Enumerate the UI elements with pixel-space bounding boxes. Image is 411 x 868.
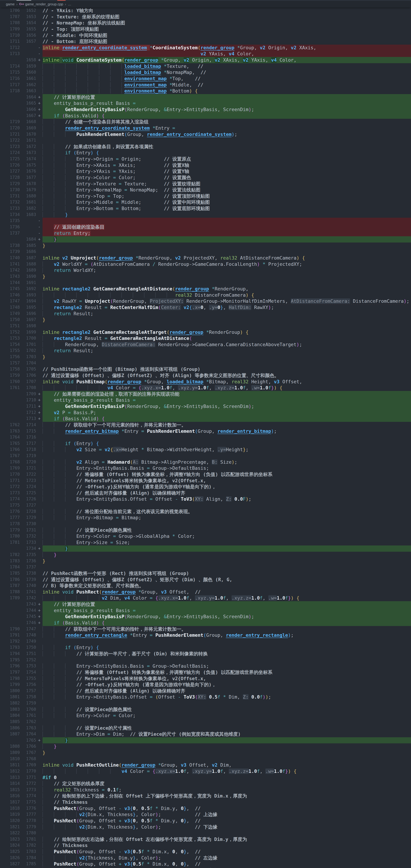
code-line[interactable]: 1666+ GetRenderEntityBasisP(RenderGroup,… — [0, 106, 411, 113]
code-text[interactable]: Entry->Color = Color; — [42, 712, 411, 719]
line-number-old[interactable]: 1738 — [0, 243, 20, 249]
line-number-new[interactable]: 1671 — [20, 137, 36, 144]
line-number-old[interactable]: 1737 — [0, 230, 20, 237]
line-number-old[interactable] — [0, 415, 20, 422]
line-number-new[interactable]: 1749 — [20, 638, 36, 645]
line-number-old[interactable]: 1817 — [0, 799, 20, 805]
line-number-new[interactable]: 1743 — [20, 601, 36, 608]
line-number-new[interactable]: 1662 — [20, 82, 36, 88]
code-line[interactable]: 18231781 // 绘制矩形的左右边缘，分别在 Offset 左右偏移半个矩… — [0, 836, 411, 842]
code-text[interactable] — [42, 719, 411, 725]
code-text[interactable]: Entry->Texture = Texture; // 设置纹理贴图 — [42, 181, 411, 187]
line-number-new[interactable]: 1748 — [20, 632, 36, 638]
line-number-new[interactable]: 1720 — [20, 459, 36, 465]
line-number-old[interactable]: 1769 — [0, 465, 20, 471]
line-number-new[interactable]: 1715 — [20, 428, 36, 434]
line-number-old[interactable]: 1828 — [0, 867, 20, 868]
code-text[interactable]: // 获取组中下一个可用元素的指针，并将元素计数加一。 — [42, 626, 411, 632]
line-number-new[interactable]: 1669 — [20, 125, 36, 131]
code-line[interactable]: 17451692inline rectangle2 GetCameraRecta… — [0, 286, 411, 292]
code-line[interactable]: 18051762 — [0, 719, 411, 725]
code-text[interactable]: Entry->XAxis = XAxis; // 设置X轴 — [42, 162, 411, 168]
code-line[interactable]: 1664+ // 计算矩形的位置 — [0, 94, 411, 100]
line-number-old[interactable]: 1811 — [0, 762, 20, 768]
code-text[interactable]: Entry->Middle = Middle; // 设置中间环境贴图 — [42, 199, 411, 205]
code-line[interactable]: 17431690} — [0, 273, 411, 280]
line-number-new[interactable]: 1685 — [20, 243, 36, 249]
code-line[interactable]: 17831736} — [0, 558, 411, 564]
code-line[interactable]: 1684+ } — [0, 236, 411, 243]
code-line[interactable]: 17081654// - NormapMap: 坐标系的法线贴图 — [0, 20, 411, 26]
code-text[interactable]: real32 DistanceFromCamera) { — [42, 292, 411, 298]
code-text[interactable]: } — [42, 243, 411, 249]
code-text[interactable]: if (Entry) { — [42, 440, 411, 447]
line-number-new[interactable]: 1781 — [20, 836, 36, 842]
code-text[interactable]: Entry->Bottom = Bottom; // 设置底部环境贴图 — [42, 205, 411, 212]
line-number-old[interactable]: 1707 — [0, 14, 20, 20]
line-number-old[interactable]: 1751 — [0, 323, 20, 329]
breadcrumb-item-file[interactable]: game_render_group.cpp — [25, 2, 63, 6]
code-text[interactable]: Entry->EntityBasis.Basis = Group->Defaul… — [42, 465, 411, 471]
code-line[interactable]: 17661718 v2 Size = v2{.x=Height * Bitmap… — [0, 446, 411, 453]
code-line[interactable]: 17881741inline void PushRect(render_grou… — [0, 589, 411, 595]
code-text[interactable]: Entry->EntityBasis.Basis = Group->Defaul… — [42, 663, 411, 669]
code-line[interactable]: 17181663 environment_map *Bottom) { — [0, 88, 411, 94]
code-text[interactable]: environment_map *Top, // — [42, 75, 411, 82]
line-number-old[interactable]: 1819 — [0, 811, 20, 818]
line-number-new[interactable]: 1741 — [20, 589, 36, 595]
code-line[interactable]: 17651717 if (Entry) { — [0, 440, 411, 447]
line-number-old[interactable]: 1761 — [0, 385, 20, 391]
code-text[interactable]: GetRenderEntityBasisP(RenderGroup, &Entr… — [42, 403, 411, 409]
line-number-old[interactable] — [0, 546, 20, 552]
line-number-new[interactable]: 1758 — [20, 694, 36, 700]
line-number-old[interactable] — [0, 391, 20, 397]
code-line[interactable]: 17161661 environment_map *Top, // — [0, 75, 411, 82]
code-line[interactable]: 17551702 return Result; — [0, 347, 411, 354]
code-line[interactable]: 18141772 // 定义矩形的线条厚度 — [0, 780, 411, 787]
line-number-old[interactable]: 1757 — [0, 360, 20, 366]
code-line[interactable]: 17981755 // MetersToPixels将米转换为像素单位, v2{… — [0, 676, 411, 682]
code-line[interactable]: 18251783 PushRect(Group, Offset - v3{0.5… — [0, 848, 411, 855]
line-number-new[interactable]: 1736 — [20, 558, 36, 564]
code-text[interactable]: return Result; — [42, 347, 411, 354]
line-number-old[interactable]: 1729 — [0, 181, 20, 187]
line-number-new[interactable]: 1740 — [20, 583, 36, 589]
code-line[interactable]: 17931750 if (Entry) { — [0, 644, 411, 651]
line-number-old[interactable]: 1776 — [0, 508, 20, 515]
code-line[interactable]: 17291678 Entry->Texture = Texture; // 设置… — [0, 181, 411, 187]
line-number-new[interactable]: 1738 — [20, 570, 36, 577]
line-number-old[interactable]: 1748 — [0, 304, 20, 311]
line-number-old[interactable]: 1709 — [0, 26, 20, 32]
code-line[interactable]: 17211670 PushRenderElement(Group, render… — [0, 131, 411, 137]
code-line[interactable]: 17471694 v2 RawXY = Unproject(RenderGrou… — [0, 298, 411, 304]
code-text[interactable]: // MetersToPixels将米转换为像素单位, v2{Offset.x, — [42, 477, 411, 484]
code-line[interactable]: 17721724 // -Offset.y}反转Y轴方向 (通常是因为游戏中Y轴… — [0, 484, 411, 490]
code-line[interactable]: 18121770 v4 Color = {.xyz.x=1.0f, .xyz.y… — [0, 768, 411, 774]
code-line[interactable]: 1713- v2 YAxis, v4 Color, — [0, 51, 411, 57]
line-number-old[interactable]: 1786 — [0, 577, 20, 583]
code-text[interactable]: inline void PushRectOutline(render_group… — [42, 762, 411, 768]
line-number-new[interactable]: 1694 — [20, 298, 36, 304]
code-line[interactable]: 17241673 if (Entry) { — [0, 150, 411, 156]
line-number-new[interactable]: 1687 — [20, 255, 36, 261]
code-text[interactable]: // MetersToPixels将米转换为像素单位, v2{Offset.x, — [42, 676, 411, 682]
code-line[interactable]: 18261784 v2{Thickness, Dim.y}, Color); /… — [0, 855, 411, 861]
line-number-old[interactable]: 1721 — [0, 131, 20, 137]
line-number-old[interactable] — [0, 608, 20, 614]
code-text[interactable]: // PushBitmap函数将一个位图 (Bitmap) 推送到实体可视组 (… — [42, 366, 411, 372]
line-number-new[interactable]: 1746 — [20, 620, 36, 626]
line-number-new[interactable]: 1660 — [20, 69, 36, 75]
code-text[interactable] — [42, 564, 411, 570]
code-text[interactable]: loaded_bitmap *NormapMap, // — [42, 69, 411, 75]
code-line[interactable]: 17701722 // 将偏移量 (Offset) 转换为像素坐标，并调整Y轴方… — [0, 471, 411, 477]
line-number-new[interactable]: 1695 — [20, 304, 36, 311]
line-number-old[interactable]: 1824 — [0, 842, 20, 848]
code-text[interactable]: inline v2 Unproject(render_group *Render… — [42, 255, 411, 261]
line-number-new[interactable]: 1755 — [20, 676, 36, 682]
code-text[interactable]: // -Offset.y}反转Y轴方向 (通常是因为游戏中Y轴是向下的)， — [42, 682, 411, 688]
line-number-old[interactable]: 1723 — [0, 144, 20, 150]
line-number-new[interactable]: 1782 — [20, 842, 36, 848]
line-number-old[interactable]: 1815 — [0, 787, 20, 793]
line-number-old[interactable]: 1813 — [0, 774, 20, 781]
line-number-old[interactable]: 1781 — [0, 539, 20, 546]
